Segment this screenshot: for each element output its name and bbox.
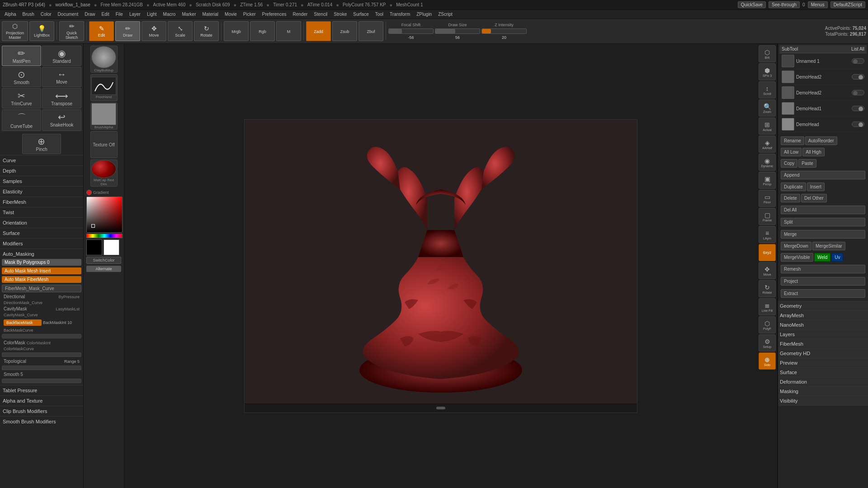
merge-down-btn[interactable]: MergeDown <box>781 242 811 250</box>
polyf-btn[interactable]: ⬡ PolyF <box>759 316 776 333</box>
fibermesh-mask-curve-btn[interactable]: FiberMesh_Mask_Curve <box>2 285 81 292</box>
matcap-red-item[interactable]: MatCap Red Dim <box>90 160 118 187</box>
menu-macro[interactable]: Macro <box>160 11 179 18</box>
duplicate-btn[interactable]: Duplicate <box>781 183 806 191</box>
project-btn[interactable]: Project <box>781 277 865 286</box>
merge-btn[interactable]: Merge <box>781 230 865 239</box>
surface-title[interactable]: Surface <box>778 368 868 377</box>
menu-preferences[interactable]: Preferences <box>259 11 289 18</box>
curve-title[interactable]: Curve <box>2 156 81 164</box>
quicksave-button[interactable]: QuickSave <box>738 1 766 8</box>
m-button[interactable]: M <box>276 21 301 41</box>
insert-btn[interactable]: Insert <box>807 183 825 191</box>
back-mask-slider[interactable] <box>2 334 81 338</box>
masking-title[interactable]: Masking <box>778 387 868 396</box>
rgb-button[interactable]: Rgb <box>250 21 275 41</box>
color-mask-slider[interactable] <box>2 352 81 357</box>
switch-color-btn[interactable]: SwitchColor <box>86 257 121 264</box>
all-low-btn[interactable]: All Low <box>781 148 802 156</box>
brush-pinch[interactable]: ⊕ Pinch <box>22 134 61 154</box>
menu-stencil[interactable]: Stencil <box>311 11 330 18</box>
uv-btn[interactable]: Uv <box>831 253 843 262</box>
paste-btn[interactable]: Paste <box>798 159 816 168</box>
floor-btn[interactable]: ▭ Floor <box>759 190 776 207</box>
menu-material[interactable]: Material <box>200 11 222 18</box>
clip-brush-title[interactable]: Clip Brush Modifiers <box>2 407 81 415</box>
layers-title[interactable]: Layers <box>778 330 868 339</box>
menu-light[interactable]: Light <box>144 11 160 18</box>
auto-mask-fibermesh-btn[interactable]: Auto Mask FiberMesh <box>2 276 81 283</box>
copy-btn[interactable]: Copy <box>781 159 797 168</box>
brush-move[interactable]: ↔ Move <box>42 67 81 87</box>
subtool-demohead2-1[interactable]: DemoHead2 <box>779 69 867 85</box>
zoom-btn[interactable]: 🔍 Zoom <box>759 99 776 117</box>
color-swatch-white[interactable] <box>104 239 119 255</box>
color-picker-box[interactable] <box>86 197 123 233</box>
6xyz-btn[interactable]: 6xyz <box>759 244 776 261</box>
brush-snakehook[interactable]: ↩ SnakeHook <box>42 109 81 131</box>
alpha-texture-title[interactable]: Alpha and Texture <box>2 397 81 405</box>
menu-edit[interactable]: Edit <box>99 11 112 18</box>
setup-btn[interactable]: ⚙ Setup <box>759 334 776 352</box>
demohead2-1-toggle[interactable] <box>852 74 864 80</box>
menu-transform[interactable]: Transform <box>387 11 413 18</box>
z-intensity-slider[interactable] <box>481 28 527 34</box>
draw-button[interactable]: ✏ Draw <box>115 21 140 41</box>
dynamic-btn[interactable]: ◉ Dynamic <box>759 154 776 171</box>
projection-master-button[interactable]: ⬡ ProjectionMaster <box>2 21 28 41</box>
hue-bar[interactable] <box>86 234 123 238</box>
move-button[interactable]: ✥ Move <box>142 21 166 41</box>
demohead1-toggle[interactable] <box>852 106 864 111</box>
smooth-slider[interactable] <box>2 379 81 383</box>
unnamed1-toggle[interactable] <box>852 58 864 64</box>
menu-color[interactable]: Color <box>38 11 54 18</box>
rename-btn[interactable]: Rename <box>781 136 804 145</box>
quick-sketch-button[interactable]: ✏ QuickSketch <box>59 21 84 41</box>
zadd-button[interactable]: Zadd <box>306 21 331 41</box>
move-tool-btn[interactable]: ✥ Move <box>759 262 776 279</box>
surface-title[interactable]: Surface <box>2 229 81 237</box>
freehand-stroke[interactable]: FreeHand <box>90 74 118 101</box>
lightbox-button[interactable]: 💡 LightBox <box>29 21 54 41</box>
auto-reorder-btn[interactable]: AutoReorder <box>805 136 837 145</box>
color-swatch-black[interactable] <box>86 239 102 255</box>
menu-picker[interactable]: Picker <box>241 11 259 18</box>
menu-stroke[interactable]: Stroke <box>331 11 349 18</box>
extract-btn[interactable]: Extract <box>781 289 865 298</box>
scroll-btn[interactable]: ↕ Scroll <box>759 81 776 99</box>
demohead-toggle[interactable] <box>852 122 864 127</box>
backface-mask-btn[interactable]: BackfaceMask <box>4 319 42 326</box>
fibermesh-title[interactable]: FiberMesh <box>2 198 81 206</box>
see-through-button[interactable]: See-through <box>769 1 800 8</box>
aahalf-btn[interactable]: ◈ AAHalf <box>759 136 776 153</box>
nanomesh-title[interactable]: NanoMesh <box>778 320 868 330</box>
auto-masking-title[interactable]: Auto_Masking <box>2 250 81 258</box>
del-all-btn[interactable]: Del All <box>781 206 865 214</box>
append-btn[interactable]: Append <box>781 171 865 179</box>
default-script-button[interactable]: DefaultZScript <box>830 1 865 8</box>
clay-buildup-brush[interactable]: ClayBuildup <box>90 46 118 73</box>
auto-mask-mesh-insert-btn[interactable]: Auto Mask Mesh Insert <box>2 267 81 274</box>
persp-btn[interactable]: ▣ Persp <box>759 172 776 189</box>
brush-standard[interactable]: ◉ Standard <box>42 46 81 66</box>
split-btn[interactable]: Split <box>781 218 865 226</box>
weld-btn[interactable]: Weld <box>814 253 831 262</box>
all-high-btn[interactable]: All High <box>802 148 824 156</box>
frame-btn[interactable]: ▢ Frame <box>759 208 776 225</box>
menu-zscript[interactable]: ZScript <box>435 11 455 18</box>
subtool-demohead[interactable]: DemoHead <box>779 117 867 132</box>
subtool-unnamed1[interactable]: Unnamed 1 <box>779 53 867 69</box>
fibermesh-title[interactable]: FiberMesh <box>778 339 868 349</box>
rotate-tool-btn[interactable]: ↻ Rotate <box>759 280 776 297</box>
menu-tool[interactable]: Tool <box>373 11 386 18</box>
merge-similar-btn[interactable]: MergeSimilar <box>812 242 845 250</box>
twist-title[interactable]: Twist <box>2 208 81 216</box>
preview-title[interactable]: Preview <box>778 358 868 368</box>
remesh-btn[interactable]: Remesh <box>781 265 865 273</box>
brush-transpose[interactable]: ⟷ Transpose <box>42 88 81 108</box>
visibility-title[interactable]: Visibility <box>778 396 868 406</box>
range-slider[interactable] <box>2 366 81 370</box>
delete-btn[interactable]: Delete <box>781 194 800 202</box>
focal-shift-slider[interactable] <box>388 28 434 34</box>
modifiers-title[interactable]: Modifiers <box>2 239 81 248</box>
